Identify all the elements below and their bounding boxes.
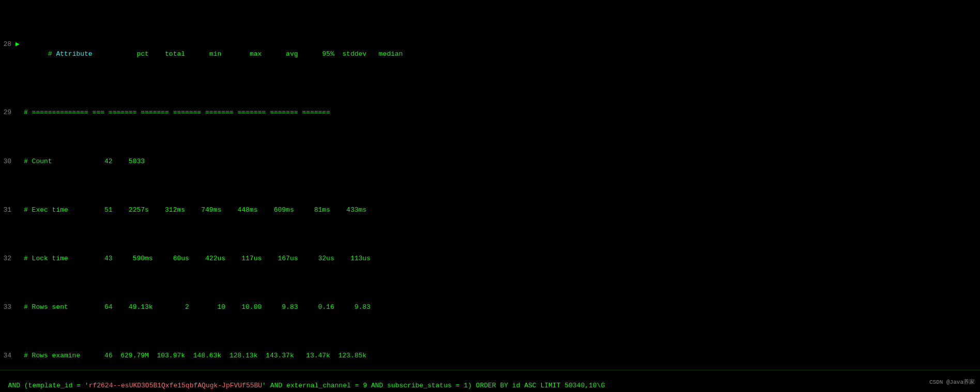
line-content-31: # Exec time 51 2257s 312ms 749ms 448ms 6… xyxy=(24,206,980,215)
line-33: 33 # Rows sent 64 49.13k 2 10 10.00 9.83… xyxy=(0,303,980,312)
line-icon-29 xyxy=(16,108,24,118)
line-32: 32 # Lock time 43 590ms 60us 422us 117us… xyxy=(0,254,980,264)
line-29: 29 # ============== === ======= ======= … xyxy=(0,108,980,118)
line-icon-33 xyxy=(16,303,24,312)
line-num-33: 33 xyxy=(0,303,16,312)
line-icon-30 xyxy=(16,157,24,167)
line-num-31: 31 xyxy=(0,206,16,215)
code-view: 28 ▶ # Attribute pct total min max avg 9… xyxy=(0,0,980,392)
line-content-32: # Lock time 43 590ms 60us 422us 117us 16… xyxy=(24,254,980,264)
line-icon-34 xyxy=(16,351,24,361)
line-content-29: # ============== === ======= ======= ===… xyxy=(24,108,980,118)
text: pct total min max avg 95% stddev median xyxy=(93,50,403,58)
line-icon-31 xyxy=(16,206,24,215)
line-28: 28 ▶ # Attribute pct total min max avg 9… xyxy=(0,40,980,69)
watermark: CSDN @Java养家 xyxy=(929,379,975,387)
line-icon-28: ▶ xyxy=(16,40,24,50)
line-content-28: # Attribute pct total min max avg 95% st… xyxy=(24,40,980,69)
line-num-30: 30 xyxy=(0,157,16,167)
line-30: 30 # Count 42 5033 xyxy=(0,157,980,167)
text: # xyxy=(48,50,56,58)
line-content-34: # Rows examine 46 629.79M 103.97k 148.63… xyxy=(24,351,980,361)
line-num-34: 34 xyxy=(0,351,16,361)
attr-header: Attribute xyxy=(56,50,92,58)
line-num-29: 29 xyxy=(0,108,16,118)
line-num-28: 28 xyxy=(0,40,16,50)
bottom-bar-text: AND (template_id = 'rf2624--esUKD3O5B1Qx… xyxy=(8,382,605,389)
line-31: 31 # Exec time 51 2257s 312ms 749ms 448m… xyxy=(0,206,980,215)
line-34: 34 # Rows examine 46 629.79M 103.97k 148… xyxy=(0,351,980,361)
line-content-33: # Rows sent 64 49.13k 2 10 10.00 9.83 0.… xyxy=(24,303,980,312)
line-content-30: # Count 42 5033 xyxy=(24,157,980,167)
line-icon-32 xyxy=(16,254,24,264)
line-num-32: 32 xyxy=(0,254,16,264)
bottom-status-bar: AND (template_id = 'rf2624--esUKD3O5B1Qx… xyxy=(0,370,980,392)
